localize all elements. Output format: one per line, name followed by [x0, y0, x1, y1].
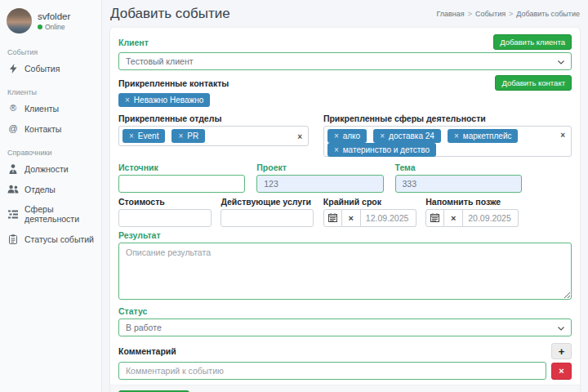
sphere-tag[interactable]: ×доставка 24 [373, 129, 441, 143]
nav-section-events: События [7, 48, 95, 56]
services-input[interactable] [220, 209, 314, 227]
tag-label: Event [138, 131, 159, 140]
registered-icon: ® [7, 103, 19, 114]
sidebar-item-positions[interactable]: Должности [7, 158, 95, 179]
nav-section-directories: Справочники [7, 149, 95, 157]
nav-section-clients: Клиенты [7, 88, 95, 96]
sidebar-item-label: Должности [24, 164, 69, 174]
tag-remove-icon[interactable]: × [125, 96, 130, 105]
contacts-group: Прикрепленные контакты Добавить контакт … [118, 75, 572, 107]
client-group: Клиент Добавить клиента Тестовый клиент [118, 34, 572, 70]
deadline-label: Крайний срок [323, 197, 416, 207]
services-group: Действующие услуги [220, 197, 314, 227]
clear-icon[interactable]: × [560, 131, 565, 140]
tag-remove-icon[interactable]: × [334, 131, 339, 140]
main-content: Добавить событие Главная > События > Доб… [102, 0, 588, 392]
sidebar: svfolder Online События События Клиенты … [0, 0, 102, 392]
sidebar-item-label: Отделы [24, 185, 56, 194]
result-textarea[interactable] [118, 243, 572, 300]
status-select[interactable]: В работе [118, 318, 572, 336]
status-label: Статус [118, 306, 572, 316]
departments-spheres-row: Прикрепленные отделы ×Event ×PR × Прикре… [118, 114, 572, 157]
sidebar-item-events[interactable]: События [7, 58, 95, 78]
department-tag[interactable]: ×Event [122, 129, 165, 143]
cost-label: Стоимость [118, 197, 212, 207]
at-icon: @ [7, 123, 19, 134]
spheres-multiselect[interactable]: ×алко ×доставка 24 ×маркетплейс ×материн… [323, 126, 572, 157]
breadcrumb-current: Добавить событие [516, 10, 580, 18]
sphere-tag[interactable]: ×материнство и детство [327, 143, 436, 157]
spheres-group: Прикрепленные сферы деятельности ×алко ×… [323, 114, 572, 157]
breadcrumb-home[interactable]: Главная [436, 10, 464, 18]
calendar-icon [328, 212, 337, 225]
tag-label: алко [343, 131, 360, 140]
cost-services-dates-row: Стоимость Действующие услуги Крайний сро… [118, 197, 572, 227]
card-footer: Сохранить [110, 385, 580, 392]
sidebar-item-spheres[interactable]: Сферы деятельности [7, 199, 95, 229]
app-window: svfolder Online События События Клиенты … [0, 0, 588, 392]
departments-multiselect[interactable]: ×Event ×PR × [118, 126, 309, 146]
bolt-icon [7, 63, 19, 74]
sidebar-item-departments[interactable]: Отделы [7, 179, 95, 199]
contacts-label: Прикрепленные контакты [118, 78, 229, 88]
tag-remove-icon[interactable]: × [178, 131, 183, 140]
result-group: Результат [118, 230, 572, 301]
users-icon [7, 184, 19, 194]
theme-input[interactable] [395, 175, 522, 193]
clear-icon: × [349, 213, 354, 223]
departments-group: Прикрепленные отделы ×Event ×PR × [118, 114, 309, 146]
source-input[interactable] [118, 175, 245, 193]
sidebar-item-label: Статусы событий [24, 234, 94, 244]
remind-group: Напомнить позже × [425, 197, 519, 227]
tag-label: доставка 24 [389, 131, 434, 140]
sidebar-item-label: Сферы деятельности [24, 204, 94, 224]
theme-group: Тема [395, 163, 522, 193]
sidebar-item-label: Клиенты [24, 104, 59, 114]
tag-remove-icon[interactable]: × [380, 131, 385, 140]
tag-label: материнство и детство [343, 145, 430, 154]
remove-comment-button[interactable]: × [551, 363, 572, 380]
user-name: svfolder [38, 11, 70, 21]
comment-input[interactable] [118, 362, 546, 380]
clear-icon[interactable]: × [297, 131, 302, 140]
sphere-tag[interactable]: ×алко [327, 129, 367, 143]
clipboard-icon [7, 234, 19, 244]
comment-label: Комментарий [118, 346, 176, 356]
source-project-theme-row: Источник Проект Тема [118, 163, 572, 193]
spheres-label: Прикрепленные сферы деятельности [323, 114, 572, 123]
page-title: Добавить событие [110, 6, 230, 22]
remind-calendar-button[interactable] [425, 209, 444, 227]
list-icon [7, 209, 19, 220]
sidebar-item-event-statuses[interactable]: Статусы событий [7, 229, 95, 249]
sphere-tag[interactable]: ×маркетплейс [448, 129, 519, 143]
calendar-icon [430, 212, 439, 225]
project-input[interactable] [256, 175, 383, 193]
sidebar-item-clients[interactable]: ® Клиенты [7, 98, 95, 118]
user-status-label: Online [45, 23, 65, 31]
sidebar-item-label: События [24, 64, 60, 74]
add-contact-button[interactable]: Добавить контакт [495, 75, 572, 91]
cost-input[interactable] [118, 209, 212, 227]
sidebar-item-contacts[interactable]: @ Контакты [7, 118, 95, 139]
theme-label: Тема [395, 163, 522, 172]
department-tag[interactable]: ×PR [172, 129, 205, 143]
deadline-calendar-button[interactable] [323, 209, 342, 227]
user-panel[interactable]: svfolder Online [7, 7, 95, 38]
deadline-group: Крайний срок × [323, 197, 416, 227]
breadcrumb-events[interactable]: События [475, 10, 506, 18]
user-tie-icon [7, 163, 19, 174]
remind-input[interactable] [463, 209, 519, 227]
tag-label: маркетплейс [463, 131, 512, 140]
contact-tag[interactable]: ×Неважно Неважно [118, 93, 210, 107]
deadline-clear-button[interactable]: × [342, 209, 361, 227]
remind-label: Напомнить позже [425, 197, 519, 207]
add-comment-button[interactable]: + [551, 343, 572, 359]
client-select[interactable]: Тестовый клиент [118, 52, 572, 70]
tag-remove-icon[interactable]: × [334, 145, 339, 154]
deadline-input[interactable] [361, 209, 416, 227]
add-client-button[interactable]: Добавить клиента [493, 34, 572, 50]
remind-clear-button[interactable]: × [444, 209, 463, 227]
user-status: Online [38, 23, 70, 31]
tag-remove-icon[interactable]: × [129, 131, 134, 140]
tag-remove-icon[interactable]: × [454, 131, 459, 140]
